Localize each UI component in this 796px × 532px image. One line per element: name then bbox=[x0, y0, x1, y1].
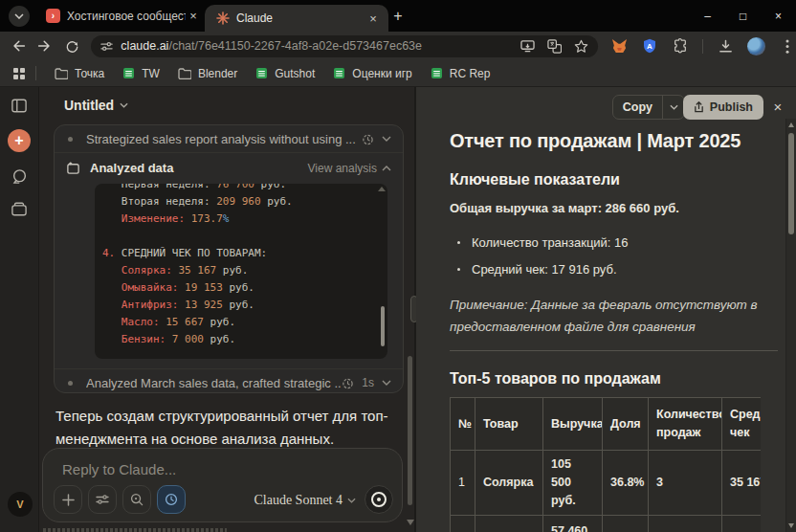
browser-menu-icon[interactable] bbox=[779, 37, 796, 55]
record-icon bbox=[371, 492, 387, 507]
clipped-text-strip bbox=[43, 528, 227, 532]
sheets-icon bbox=[333, 67, 345, 79]
reply-box[interactable]: Reply to Claude... Claude Sonnet 4 bbox=[42, 448, 403, 522]
close-button[interactable]: × bbox=[761, 0, 796, 32]
copy-button[interactable]: Copy bbox=[612, 95, 685, 120]
table-header-row: №ТоварВыручкаДоляКоличество продажСредни… bbox=[451, 398, 762, 451]
chevron-down-icon[interactable] bbox=[382, 136, 391, 142]
bookmark-star-icon[interactable] bbox=[574, 39, 588, 54]
code-scroll-up-icon[interactable] bbox=[378, 187, 386, 191]
kpi-heading: Ключевые показатели bbox=[450, 171, 778, 188]
tab-search-button[interactable] bbox=[9, 6, 30, 27]
reply-input[interactable]: Reply to Claude... bbox=[62, 461, 176, 477]
sidebar-toggle-icon[interactable] bbox=[11, 97, 28, 114]
artifact-panel: Copy Publish × Отчет по продажам | Март … bbox=[416, 87, 796, 532]
bookmark-item[interactable]: Gutshot bbox=[255, 67, 315, 80]
scroll-down-icon[interactable] bbox=[788, 523, 794, 528]
step-done[interactable]: Analyzed March sales data, crafted strat… bbox=[55, 368, 403, 393]
view-analysis-link[interactable]: View analysis bbox=[308, 162, 391, 175]
bookmark-item[interactable]: Blender bbox=[178, 67, 237, 80]
share-icon bbox=[694, 101, 704, 113]
tab-close-icon[interactable]: × bbox=[365, 11, 381, 26]
apps-grid-icon[interactable] bbox=[12, 67, 26, 80]
code-scrollbar[interactable] bbox=[381, 306, 385, 346]
profile-avatar[interactable] bbox=[747, 37, 765, 55]
copy-dropdown[interactable] bbox=[663, 96, 684, 119]
chevron-down-icon[interactable] bbox=[382, 380, 391, 386]
new-chat-button[interactable]: + bbox=[8, 129, 31, 152]
url-text: claude.ai/chat/76e41150-2267-4af8-a02e-d… bbox=[121, 39, 508, 53]
tools-button[interactable] bbox=[88, 485, 117, 514]
metamask-extension-icon[interactable] bbox=[610, 37, 628, 55]
view-analysis-label: View analysis bbox=[308, 162, 377, 175]
conversation-title[interactable]: Untitled bbox=[64, 98, 128, 113]
publish-button[interactable]: Publish bbox=[683, 95, 763, 120]
timer-icon bbox=[362, 133, 374, 145]
step-collapsed[interactable]: Strategized sales report analysis withou… bbox=[55, 125, 403, 153]
tab-hosting[interactable]: › Хостинговое сообщество «Tim × bbox=[36, 0, 209, 32]
list-item: Средний чек: 17 916 руб. bbox=[450, 255, 778, 282]
reload-button[interactable] bbox=[63, 36, 81, 55]
downloads-icon[interactable] bbox=[717, 37, 734, 55]
record-button[interactable] bbox=[365, 485, 393, 514]
analysis-code-block[interactable]: Первая неделя: 76 700 руб. Вторая неделя… bbox=[95, 184, 387, 359]
thinking-steps-container: Strategized sales report analysis withou… bbox=[54, 124, 404, 393]
analyzed-data-header[interactable]: Analyzed data View analysis bbox=[55, 153, 403, 183]
projects-icon[interactable] bbox=[11, 200, 28, 217]
scroll-up-icon[interactable] bbox=[788, 122, 794, 127]
section-divider bbox=[450, 350, 778, 351]
shield-extension-icon[interactable]: A bbox=[641, 37, 658, 55]
minimize-button[interactable]: – bbox=[690, 0, 725, 32]
artifact-scrollbar[interactable] bbox=[785, 119, 796, 532]
new-tab-button[interactable]: + bbox=[388, 7, 408, 26]
tab-bar: › Хостинговое сообщество «Tim × Claude ×… bbox=[0, 0, 796, 32]
site-settings-icon[interactable] bbox=[100, 40, 113, 53]
bookmark-item[interactable]: TW bbox=[122, 67, 160, 80]
column-header: Выручка bbox=[543, 398, 603, 451]
table-row: 1Солярка105 500 руб.36.8%335 167 руб. bbox=[451, 451, 762, 516]
column-header: Товар bbox=[475, 398, 543, 451]
bookmark-item[interactable]: Оценки игр bbox=[333, 67, 411, 80]
back-button[interactable] bbox=[9, 36, 27, 55]
attach-button[interactable] bbox=[54, 485, 82, 514]
maximize-button[interactable]: □ bbox=[725, 0, 761, 32]
browser-toolbar: claude.ai/chat/76e41150-2267-4af8-a02e-d… bbox=[0, 32, 796, 60]
model-selector[interactable]: Claude Sonnet 4 bbox=[254, 493, 356, 508]
table-cell: 57 460 руб. bbox=[543, 516, 603, 532]
forward-button[interactable] bbox=[35, 36, 54, 55]
research-button[interactable] bbox=[122, 485, 151, 514]
scroll-down-icon[interactable] bbox=[407, 520, 414, 525]
folder-icon bbox=[178, 68, 191, 79]
bookmark-label: Оценки игр bbox=[352, 67, 411, 80]
tab-close-icon[interactable]: × bbox=[186, 9, 201, 24]
chats-icon[interactable] bbox=[11, 167, 28, 185]
tab-claude[interactable]: Claude × bbox=[205, 5, 388, 32]
table-cell: 20.0% bbox=[603, 516, 649, 532]
artifact-close-icon[interactable]: × bbox=[768, 97, 787, 116]
table-cell: 2 bbox=[451, 516, 475, 532]
user-avatar[interactable]: V bbox=[8, 492, 33, 517]
bullet-text: Количество транзакций: 16 bbox=[472, 235, 629, 250]
code-block-content: Первая неделя: 76 700 руб. Вторая неделя… bbox=[102, 184, 380, 348]
top5-table-wrapper: №ТоварВыручкаДоляКоличество продажСредни… bbox=[450, 397, 761, 532]
copy-label[interactable]: Copy bbox=[613, 96, 662, 119]
step-duration: 1s bbox=[362, 376, 374, 389]
analysis-tool-icon bbox=[66, 161, 80, 175]
chevron-down-icon bbox=[347, 498, 356, 503]
bookmark-item[interactable]: RC Rep bbox=[431, 67, 491, 80]
sheets-icon bbox=[255, 67, 268, 79]
extended-thinking-button[interactable] bbox=[157, 485, 186, 514]
conversation-title-text: Untitled bbox=[64, 98, 114, 113]
table-cell: 3 bbox=[649, 451, 722, 516]
scrollbar-thumb[interactable] bbox=[788, 133, 794, 234]
address-bar[interactable]: claude.ai/chat/76e41150-2267-4af8-a02e-d… bbox=[91, 35, 598, 57]
bookmark-item[interactable]: Точка bbox=[55, 67, 104, 80]
claude-app: + V Untitled Strategized sales report an… bbox=[0, 87, 796, 532]
table-cell: Солярка bbox=[475, 451, 543, 516]
send-to-device-icon[interactable] bbox=[520, 39, 535, 53]
table-cell: 3 bbox=[649, 516, 722, 532]
chat-panel: Untitled Strategized sales report analys… bbox=[39, 87, 414, 532]
chat-scrollbar[interactable] bbox=[408, 356, 412, 505]
translate-icon[interactable] bbox=[547, 39, 562, 54]
extensions-puzzle-icon[interactable] bbox=[672, 37, 689, 55]
